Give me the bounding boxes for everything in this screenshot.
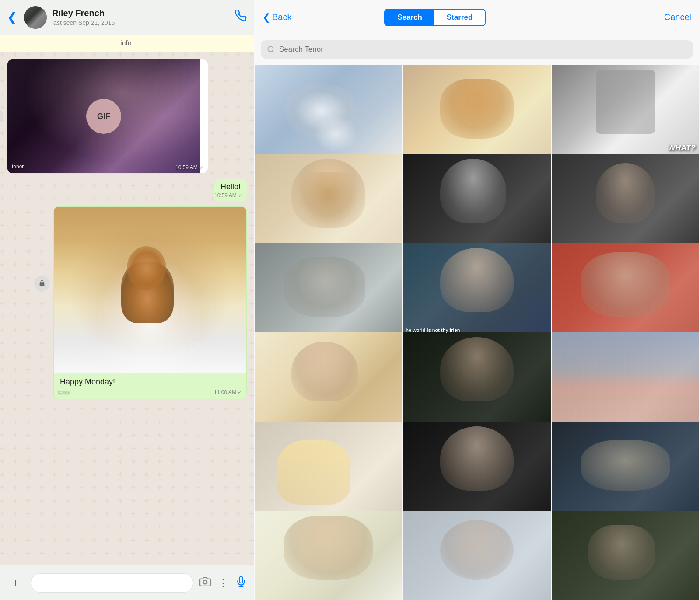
back-chevron-icon: ❮ xyxy=(262,12,270,23)
gif-cell-14[interactable] xyxy=(403,422,550,514)
camera-icon[interactable] xyxy=(200,576,211,590)
gif-cell-7[interactable] xyxy=(255,243,402,335)
search-input[interactable] xyxy=(279,45,687,54)
chat-panel: ❮ Riley French last seen Sep 21, 2016 in… xyxy=(0,0,254,600)
gif-cell-3[interactable]: WHAT? xyxy=(552,65,699,157)
search-bar-wrapper xyxy=(254,35,700,64)
tenor-label-1: tenor xyxy=(12,164,24,170)
svg-point-0 xyxy=(203,580,207,584)
gif-cell-6[interactable] xyxy=(552,154,699,246)
search-bar xyxy=(261,40,693,59)
message-group-gif2: tenor Happy Monday! 11:00 AM ✓ xyxy=(53,206,247,399)
share-button-1[interactable] xyxy=(0,108,4,124)
gif-bubble-1[interactable]: GIF tenor 10:59 AM ✓ xyxy=(7,59,208,174)
input-bar: + ⋮ xyxy=(0,565,254,600)
message-hello: Hello! 10:59 AM ✓ xyxy=(214,179,247,201)
segment-control: Search Starred xyxy=(384,9,486,26)
mic-icon[interactable] xyxy=(235,576,247,590)
search-tab-button[interactable]: Search xyxy=(385,10,434,25)
what-text: WHAT? xyxy=(668,143,696,153)
gif1-timestamp: 10:59 AM ✓ xyxy=(175,164,203,171)
gif-cell-11[interactable] xyxy=(403,332,550,425)
caption-timestamp: 11:00 AM ✓ xyxy=(214,389,242,395)
gif-bubble-2[interactable]: tenor Happy Monday! 11:00 AM ✓ xyxy=(53,206,247,399)
dots-icon[interactable]: ⋮ xyxy=(218,577,228,589)
gif-cell-10[interactable] xyxy=(255,332,402,425)
chat-back-button[interactable]: ❮ xyxy=(7,10,17,24)
gif-cell-9[interactable] xyxy=(552,243,699,335)
phone-icon[interactable] xyxy=(234,10,247,25)
add-button[interactable]: + xyxy=(7,574,24,592)
gif-back-label: Back xyxy=(272,12,291,22)
hello-timestamp: 10:59 AM ✓ xyxy=(214,192,242,199)
message-input[interactable] xyxy=(31,573,193,593)
contact-name: Riley French xyxy=(52,8,229,18)
starred-tab-button[interactable]: Starred xyxy=(434,10,485,25)
gif-cell-13[interactable] xyxy=(255,422,402,514)
chat-header: ❮ Riley French last seen Sep 21, 2016 xyxy=(0,0,254,35)
gif-cell-17[interactable] xyxy=(403,511,550,600)
gif-picker-panel: ❮ Back Search Starred Cancel xyxy=(254,0,700,600)
share-button-2[interactable] xyxy=(34,276,50,291)
input-icons-group: ⋮ xyxy=(200,576,247,590)
gif-cell-8[interactable]: he world is not thy frien xyxy=(403,243,550,335)
gif-picker-header: ❮ Back Search Starred Cancel xyxy=(254,0,700,35)
gif-cell-15[interactable] xyxy=(552,422,699,514)
gif-grid: WHAT? he world is not thy frien xyxy=(254,64,700,600)
messages-area[interactable]: GIF tenor 10:59 AM ✓ Hello! 10:59 AM ✓ xyxy=(0,52,254,565)
received-gif-bubble: GIF tenor 10:59 AM ✓ xyxy=(7,59,208,174)
message-group-gif1: GIF tenor 10:59 AM ✓ xyxy=(7,59,247,174)
svg-line-4 xyxy=(272,51,273,52)
info-bar: info. xyxy=(0,35,254,52)
svg-point-3 xyxy=(268,46,273,52)
gif-cell-12[interactable] xyxy=(552,332,699,425)
gif-cell-1[interactable] xyxy=(255,65,402,157)
contact-info: Riley French last seen Sep 21, 2016 xyxy=(52,8,229,26)
caption-bubble: Happy Monday! 11:00 AM ✓ xyxy=(54,373,246,399)
gif-back-button[interactable]: ❮ Back xyxy=(262,12,291,23)
gif-cell-18[interactable] xyxy=(552,511,699,600)
gif-cell-2[interactable] xyxy=(403,65,550,157)
cancel-button[interactable]: Cancel xyxy=(664,12,691,22)
gif-cell-5[interactable] xyxy=(403,154,550,246)
gif-cell-4[interactable] xyxy=(255,154,402,246)
tenor-label-2: tenor xyxy=(58,389,70,395)
hello-bubble: Hello! 10:59 AM ✓ xyxy=(214,179,247,201)
contact-status: last seen Sep 21, 2016 xyxy=(52,19,229,26)
gif-cell-16[interactable] xyxy=(255,511,402,600)
gif-badge: GIF xyxy=(86,99,121,134)
gif-caption-8: he world is not thy frien xyxy=(406,328,548,333)
search-magnifier-icon xyxy=(267,45,275,53)
contact-avatar[interactable] xyxy=(24,6,47,29)
